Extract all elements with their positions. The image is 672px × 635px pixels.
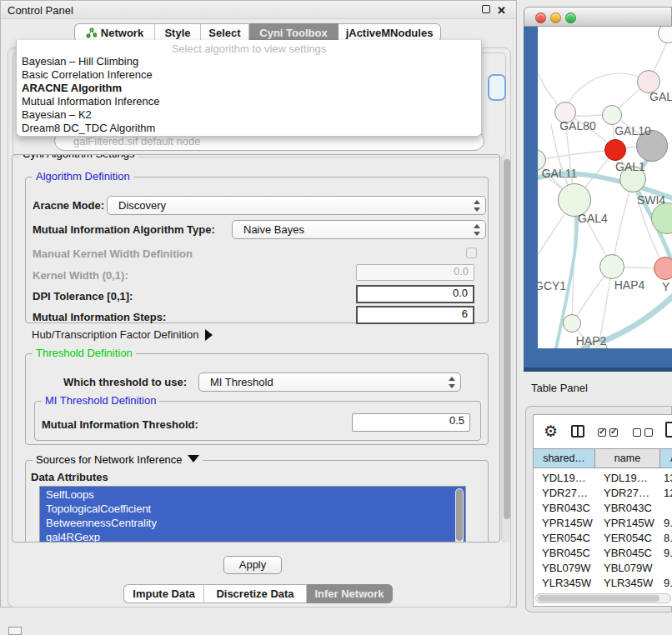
mi-type-label: Mutual Information Algorithm Type: [33,223,215,236]
data-attributes-label: Data Attributes [31,471,108,483]
tab-impute-data[interactable]: Impute Data [123,584,204,603]
which-threshold-combobox[interactable]: MI Threshold [198,372,461,392]
sources-legend[interactable]: Sources for Network Inference [33,453,203,466]
mi-threshold-field[interactable]: 0.5 [352,413,470,432]
data-attributes-list[interactable]: SelfLoops TopologicalCoefficient Between… [39,486,466,542]
table-cell[interactable]: YBR043C [542,502,590,514]
table-cell[interactable]: YLR345W [604,577,653,589]
document-icon[interactable] [665,422,672,438]
zoom-traffic-icon[interactable] [565,12,576,23]
network-window-titlebar[interactable] [524,7,672,27]
table-cell[interactable]: YLR345W [542,577,591,589]
algorithm-definition-group: Algorithm Definition Aracne Mode: Discov… [25,177,489,323]
network-node[interactable] [602,105,622,125]
window-bottom-shade [524,368,672,372]
apply-button[interactable]: Apply [223,556,282,574]
node-label: GCY1 [538,279,566,292]
network-node[interactable] [563,314,581,332]
tab-label: Discretize Data [216,588,293,600]
table-panel-title: Table Panel [531,382,588,394]
scrollbar-thumb[interactable] [504,159,510,519]
node-label: GAL [649,90,672,103]
table-cell[interactable]: YER054C [604,532,652,544]
algorithm-option[interactable]: Bayesian – Hill Climbing [20,55,479,68]
list-item[interactable]: TopologicalCoefficient [40,502,465,516]
table-cell[interactable]: YPR145W [604,517,654,529]
checked-checkbox-icon[interactable] [609,428,618,437]
table-cell[interactable]: YDL19… [542,472,586,484]
mi-threshold-label: Mutual Information Threshold: [42,418,198,431]
float-window-icon[interactable] [482,5,490,13]
table-cell[interactable]: YDR27… [542,487,588,499]
table-cell[interactable]: YBL079W [542,562,591,574]
table-cell[interactable]: YBR043C [604,502,652,514]
mi-threshold-legend: MI Threshold Definition [42,394,159,407]
tab-infer-network[interactable]: Infer Network [307,584,393,603]
minimize-traffic-icon[interactable] [550,12,561,23]
collapsed-panel-stub[interactable] [8,627,22,635]
table-cell[interactable]: 9. [664,517,672,529]
node-label: HAP2 [576,334,607,348]
settings-scrollbar[interactable] [501,154,510,542]
table-cell[interactable]: YDR27… [604,487,649,499]
scrollbar-thumb[interactable] [456,489,463,541]
table-cell[interactable]: YBR045C [604,547,652,559]
network-node[interactable] [654,257,672,280]
threshold-definition-legend: Threshold Definition [33,347,136,359]
table-cell[interactable]: YPR145W [542,517,593,529]
close-icon[interactable]: ✕ [497,5,506,16]
table-cell[interactable]: YBL079W [604,562,653,574]
mi-steps-field[interactable]: 6 [356,306,474,324]
unchecked-checkbox-icon[interactable] [644,428,653,437]
algorithm-option[interactable]: Basic Correlation Inference [20,68,479,82]
column-header-name[interactable]: name [595,448,660,468]
scrollbar-thumb[interactable] [538,595,659,602]
unchecked-checkbox-icon[interactable] [633,428,641,437]
table-cell[interactable]: 9. [664,547,672,559]
algorithm-option[interactable]: Dream8 DC_TDC Algorithm [20,122,479,135]
table-cell[interactable]: YDL19… [604,472,648,484]
manual-kernel-label: Manual Kernel Width Definition [33,248,193,260]
checked-checkbox-icon[interactable] [598,428,606,437]
kernel-width-label: Kernel Width (0,1): [33,269,128,282]
table-horizontal-scrollbar[interactable] [535,593,671,603]
list-scrollbar[interactable] [455,488,464,542]
table-cell[interactable]: 12 [664,487,672,499]
table-cell[interactable]: YER054C [542,532,590,544]
table-cell[interactable]: 13 [664,472,672,484]
node-label: GAL4 [578,212,608,225]
column-header-partial[interactable]: A [660,448,672,468]
refresh-button[interactable] [488,74,506,101]
hub-definition-toggle[interactable]: Hub/Transcription Factor Definition [32,328,213,341]
list-item[interactable]: SelfLoops [40,488,465,502]
close-traffic-icon[interactable] [535,12,546,23]
control-panel-titlebar: Control Panel ✕ [1,1,516,19]
network-node[interactable] [599,254,624,279]
aracne-mode-combobox[interactable]: Discovery [107,196,486,215]
tab-label: Cyni Toolbox [259,27,327,39]
table-cell[interactable]: 9. [664,577,672,589]
column-header-shared-name[interactable]: shared… [534,448,595,468]
network-canvas[interactable]: GAL GAL80 GAL10 GAL1 GAL11 SWI4 GAL4 HAP… [538,27,672,348]
gear-icon[interactable]: ⚙ [544,423,558,439]
node-label: Y [662,280,669,293]
dpi-tolerance-field[interactable]: 0.0 [356,285,474,303]
which-threshold-value: MI Threshold [210,376,273,388]
tab-discretize-data[interactable]: Discretize Data [204,584,307,603]
stepper-icon [473,200,480,212]
manual-kernel-checkbox[interactable] [466,248,477,258]
table-cell[interactable]: 8. [664,532,672,544]
node-label: SWI4 [637,193,665,207]
network-window-frame: GAL GAL80 GAL10 GAL1 GAL11 SWI4 GAL4 HAP… [524,27,672,372]
node-label: GAL80 [559,119,596,132]
mi-type-combobox[interactable]: Naive Bayes [232,220,486,239]
algorithm-option[interactable]: Mutual Information Inference [20,95,479,108]
algorithm-option[interactable]: Bayesian – K2 [20,108,479,122]
split-columns-icon[interactable] [571,425,584,438]
network-node-selected[interactable] [604,139,626,161]
algorithm-option-selected[interactable]: ARACNE Algorithm [20,82,479,95]
kernel-width-field[interactable]: 0.0 [356,264,474,281]
table-cell[interactable]: YBR045C [542,547,590,559]
list-item[interactable]: BetweennessCentrality [40,516,465,530]
list-item[interactable]: gal4RGexp [40,530,465,542]
